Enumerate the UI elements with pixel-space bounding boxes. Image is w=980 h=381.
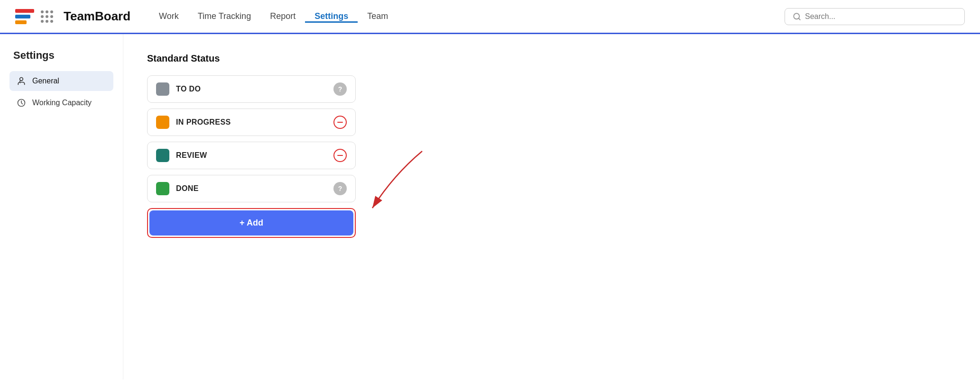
section-title: Standard Status xyxy=(147,53,956,64)
status-dot-done xyxy=(156,182,169,195)
status-card-in-progress: IN PROGRESS xyxy=(147,109,356,136)
nav-item-time-tracking[interactable]: Time Tracking xyxy=(188,11,260,23)
logo-bar-red xyxy=(15,9,34,13)
clock-icon xyxy=(16,98,27,108)
status-action-todo[interactable]: ? xyxy=(333,82,347,96)
status-card-review: REVIEW xyxy=(147,142,356,169)
layout: Settings General Working Capacity xyxy=(0,34,980,380)
search-icon xyxy=(793,12,801,21)
sidebar-title: Settings xyxy=(9,49,113,62)
status-action-done[interactable]: ? xyxy=(333,182,347,195)
sidebar-item-label-general: General xyxy=(32,77,59,85)
status-list: TO DO ? IN PROGRESS xyxy=(147,75,356,202)
sidebar-item-working-capacity[interactable]: Working Capacity xyxy=(9,93,113,113)
status-label-todo: TO DO xyxy=(176,85,201,93)
person-icon xyxy=(16,76,27,86)
sidebar-item-label-working-capacity: Working Capacity xyxy=(32,99,92,107)
logo-icon xyxy=(15,9,34,24)
status-dot-review xyxy=(156,149,169,162)
logo-bar-blue xyxy=(15,15,30,18)
sidebar: Settings General Working Capacity xyxy=(0,34,123,380)
svg-line-1 xyxy=(798,18,800,19)
nav-item-report[interactable]: Report xyxy=(260,11,305,23)
status-dot-in-progress xyxy=(156,116,169,129)
status-dot-todo xyxy=(156,82,169,96)
status-left-review: REVIEW xyxy=(156,149,207,162)
logo-bar-yellow xyxy=(15,20,27,24)
header: TeamBoard Work Time Tracking Report Sett… xyxy=(0,0,980,34)
nav-item-team[interactable]: Team xyxy=(358,11,398,23)
nav-item-work[interactable]: Work xyxy=(149,11,188,23)
logo-area: TeamBoard xyxy=(15,9,130,24)
grid-icon xyxy=(41,10,53,23)
add-button-wrapper: + Add xyxy=(147,208,356,238)
status-label-done: DONE xyxy=(176,184,199,193)
status-action-in-progress[interactable] xyxy=(333,116,347,129)
main-nav: Work Time Tracking Report Settings Team xyxy=(149,11,785,21)
status-card-todo: TO DO ? xyxy=(147,75,356,103)
status-action-review[interactable] xyxy=(333,149,347,162)
nav-item-settings[interactable]: Settings xyxy=(305,11,358,23)
add-button[interactable]: + Add xyxy=(149,210,353,236)
svg-point-2 xyxy=(20,78,23,81)
search-bar[interactable] xyxy=(785,8,965,25)
status-label-in-progress: IN PROGRESS xyxy=(176,118,231,127)
main-content: Standard Status TO DO ? IN PROGRESS xyxy=(123,34,980,380)
app-name: TeamBoard xyxy=(64,9,130,24)
search-input[interactable] xyxy=(805,12,957,21)
sidebar-item-general[interactable]: General xyxy=(9,71,113,91)
status-left-todo: TO DO xyxy=(156,82,201,96)
status-card-done: DONE ? xyxy=(147,175,356,202)
add-button-border: + Add xyxy=(147,208,356,238)
status-label-review: REVIEW xyxy=(176,151,207,160)
status-left-in-progress: IN PROGRESS xyxy=(156,116,231,129)
status-left-done: DONE xyxy=(156,182,199,195)
